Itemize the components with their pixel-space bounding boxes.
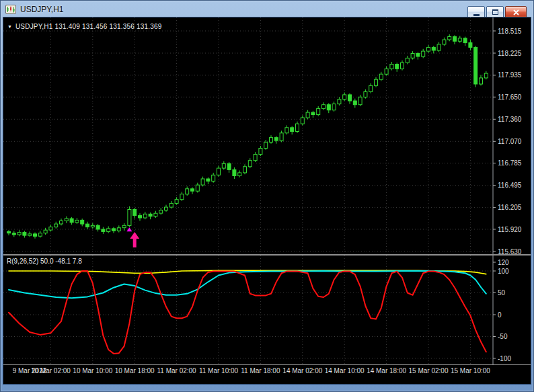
candle-body [291,128,294,132]
dropdown-arrow-icon[interactable]: ▼ [7,24,12,29]
candle-body [259,149,262,155]
candle-body [206,179,210,181]
candle-body [348,95,352,101]
minimize-button[interactable] [467,6,485,18]
chart-window: USDJPY,H1 118.515118.225117.935117.65011… [0,0,534,392]
candle-body [458,38,461,42]
candle-body [28,234,32,235]
candle-body [201,179,204,185]
candle-body [139,216,142,218]
price-tick-label: 118.225 [498,50,522,57]
buy-arrow-marker[interactable] [130,232,139,247]
candle-body [12,233,15,235]
window-title: USDJPY,H1 [20,5,63,14]
price-tick-label: 116.205 [498,204,522,211]
close-icon [513,9,519,15]
candle-body [122,225,126,227]
app-icon[interactable] [5,4,16,15]
candle-body [327,105,330,110]
price-axis[interactable]: 118.515118.225117.935117.650117.360117.0… [493,28,522,255]
candle-body [128,210,131,226]
symbol-ohlc-row: ▼ USDJPY,H1 131.409 131.456 131.356 131.… [7,23,162,30]
candle-body [107,229,110,232]
candle-body [254,155,257,161]
candle-body [143,214,147,218]
candle-body [86,224,89,227]
candle-body [411,54,414,58]
candle-body [463,38,467,43]
candle-body [169,203,173,207]
candle-body [390,65,393,69]
candle-body [180,194,184,200]
candle-body [60,221,63,225]
candle-body [443,40,446,44]
candle-body [186,189,189,194]
candle-body [23,233,26,236]
candle-body [311,112,315,114]
candle-body [112,229,116,231]
candle-body [285,128,289,133]
price-tick-label: 115.630 [498,248,522,255]
price-tick-label: 115.920 [498,226,522,233]
maximize-button[interactable] [486,6,504,18]
candle-body [422,51,425,56]
candle-body [65,219,68,221]
candle-body [322,105,326,109]
candle-body [212,175,215,181]
candle-body [364,91,367,97]
candle-body [306,112,309,118]
candle-body [238,173,241,176]
candle-body [474,47,478,84]
time-axis-label: 15 Mar 10:00 [445,367,495,375]
close-button[interactable] [505,6,527,18]
candle-body [227,163,231,169]
candle-body [44,230,47,233]
price-chart-canvas[interactable]: 118.515118.225117.935117.650117.360117.0… [3,17,531,254]
candle-body [332,104,336,110]
candle-body [427,47,430,51]
candle-body [358,97,362,104]
price-tick-label: 116.495 [498,182,522,189]
candle-body [70,219,73,223]
candle-body [317,108,320,114]
candle-body [369,85,373,91]
price-tick-label: 116.785 [498,159,522,167]
candle-body [274,138,278,141]
indicator-line-red [9,271,486,354]
candlesticks [7,34,488,239]
ohlc-label: USDJPY,H1 131.409 131.456 131.356 131.36… [15,23,162,30]
candle-body [416,54,420,57]
indicator-axis[interactable]: 120100500-50-100 [493,259,511,362]
candle-body [81,220,84,224]
indicator-tick-label: 50 [498,289,506,297]
candle-body [54,224,58,227]
pane-separator[interactable] [3,254,531,256]
time-axis[interactable]: 9 Mar 202210 Mar 02:0010 Mar 10:0010 Mar… [3,365,531,384]
candle-body [338,100,341,104]
minimize-icon [473,14,480,16]
candle-body [102,229,105,231]
candle-body [270,138,273,143]
candle-body [401,63,404,69]
candle-body [484,73,488,78]
candle-body [248,161,252,167]
price-tick-label: 117.650 [498,93,522,101]
candle-body [38,233,42,237]
candle-body [191,189,194,191]
candle-body [301,118,304,124]
chart-client-area: 118.515118.225117.935117.650117.360117.0… [3,17,531,384]
candle-body [243,167,247,173]
candle-body [165,207,168,210]
title-bar[interactable]: USDJPY,H1 [1,1,533,17]
price-tick-label: 117.070 [498,138,522,145]
window-controls [467,6,527,18]
indicator-tick-label: 100 [498,268,509,275]
indicator-canvas[interactable]: 120100500-50-100 [3,256,531,364]
price-tick-label: 117.935 [498,71,522,79]
candle-body [353,101,356,105]
candle-body [75,220,79,222]
candle-body [395,65,399,69]
candle-body [406,58,409,63]
candle-body [432,47,435,50]
candle-body [217,168,221,175]
